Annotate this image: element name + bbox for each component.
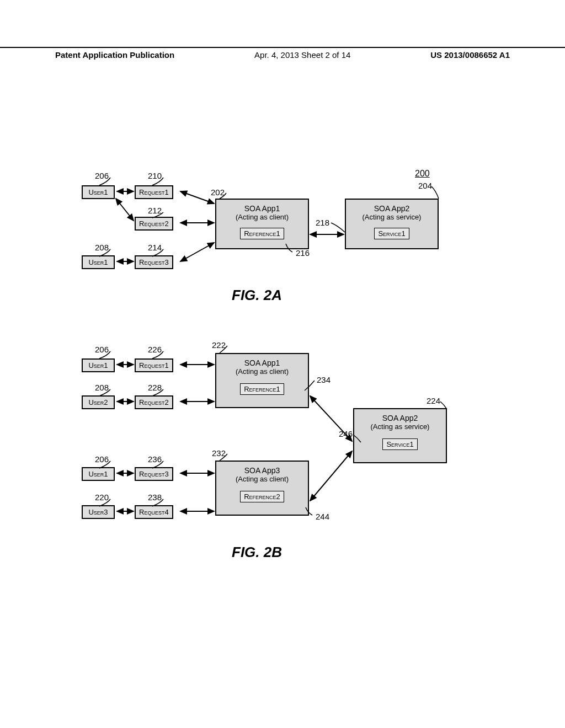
text-b-user2: User2 xyxy=(88,398,108,406)
text-b-app3-sub: (Acting as client) xyxy=(220,475,305,483)
box-b-request4: Request4 xyxy=(135,505,173,519)
label-224: 224 xyxy=(427,396,440,405)
label-206a: 206 xyxy=(95,171,109,180)
text-req1a: Request1 xyxy=(139,188,169,196)
box-soa-app2a: SOA App2 (Acting as service) Service1 xyxy=(345,199,439,249)
text-b-req2: Request2 xyxy=(139,398,169,406)
text-b-user1b: User1 xyxy=(88,470,108,478)
box-b-reference2: Reference2 xyxy=(240,491,284,502)
text-req3a: Request3 xyxy=(139,258,169,266)
box-user1a: User1 xyxy=(82,185,115,199)
text-b-ref2: Reference2 xyxy=(244,493,280,501)
text-app2a-title: SOA App2 xyxy=(349,204,434,213)
box-b-service1: Service1 xyxy=(382,438,417,450)
text-b-ref1: Reference1 xyxy=(244,385,280,393)
box-b-request2: Request2 xyxy=(135,395,173,409)
box-soa-app1a: SOA App1 (Acting as client) Reference1 xyxy=(215,199,309,249)
label-220: 220 xyxy=(95,493,109,502)
label-216: 216 xyxy=(296,248,310,258)
label-232: 232 xyxy=(212,448,226,458)
text-app2a-sub: (Acting as service) xyxy=(349,213,434,221)
label-234: 234 xyxy=(317,375,331,384)
diagram-area: 200 206 210 202 204 212 218 216 208 214 … xyxy=(0,0,565,728)
box-b-user2: User2 xyxy=(82,395,115,409)
text-b-user1a: User1 xyxy=(88,361,108,370)
box-request2a: Request2 xyxy=(135,217,173,231)
box-soa-app2b: SOA App2 (Acting as service) Service1 xyxy=(353,408,447,463)
box-b-user1a: User1 xyxy=(82,358,115,372)
box-b-user1b: User1 xyxy=(82,467,115,481)
label-218: 218 xyxy=(316,218,329,227)
text-b-app1-sub: (Acting as client) xyxy=(220,367,305,376)
label-238: 238 xyxy=(148,493,162,502)
box-request1a: Request1 xyxy=(135,185,173,199)
label-206b: 206 xyxy=(95,345,109,354)
box-b-request3: Request3 xyxy=(135,467,173,481)
label-222: 222 xyxy=(212,340,226,350)
label-246: 246 xyxy=(339,429,353,438)
text-svc1a: Service1 xyxy=(378,229,405,238)
caption-fig2a: FIG. 2A xyxy=(232,287,282,304)
ref-num-200: 200 xyxy=(415,169,430,179)
text-req2a: Request2 xyxy=(139,220,169,228)
box-reference1a: Reference1 xyxy=(240,228,284,239)
text-app1a-title: SOA App1 xyxy=(220,204,305,213)
label-228: 228 xyxy=(148,383,162,392)
box-service1a: Service1 xyxy=(374,228,409,239)
label-226: 226 xyxy=(148,345,162,354)
box-user1b: User1 xyxy=(82,255,115,269)
box-b-reference1: Reference1 xyxy=(240,383,284,395)
text-b-user3: User3 xyxy=(88,508,108,516)
label-208b: 208 xyxy=(95,383,109,392)
label-236: 236 xyxy=(148,454,162,464)
box-soa-app3: SOA App3 (Acting as client) Reference2 xyxy=(215,461,309,516)
text-b-req3: Request3 xyxy=(139,470,169,478)
text-b-req4: Request4 xyxy=(139,508,169,516)
label-202: 202 xyxy=(211,188,225,197)
text-b-svc1: Service1 xyxy=(386,440,413,448)
text-user1b: User1 xyxy=(88,258,108,266)
text-b-app3-title: SOA App3 xyxy=(220,466,305,475)
label-212: 212 xyxy=(148,206,162,215)
caption-fig2b: FIG. 2B xyxy=(232,544,282,561)
text-b-app1-title: SOA App1 xyxy=(220,358,305,367)
box-b-request1: Request1 xyxy=(135,358,173,372)
box-soa-app1b: SOA App1 (Acting as client) Reference1 xyxy=(215,353,309,408)
box-b-user3: User3 xyxy=(82,505,115,519)
label-208: 208 xyxy=(95,243,109,252)
label-206c: 206 xyxy=(95,454,109,464)
label-214: 214 xyxy=(148,243,162,252)
label-204: 204 xyxy=(418,181,432,190)
label-244: 244 xyxy=(316,512,329,521)
text-ref1a: Reference1 xyxy=(244,229,280,238)
text-b-req1: Request1 xyxy=(139,361,169,370)
text-b-app2-sub: (Acting as service) xyxy=(358,422,443,431)
text-user1a: User1 xyxy=(88,188,108,196)
box-request3a: Request3 xyxy=(135,255,173,269)
text-b-app2-title: SOA App2 xyxy=(358,414,443,422)
label-210: 210 xyxy=(148,171,162,180)
text-app1a-sub: (Acting as client) xyxy=(220,213,305,221)
